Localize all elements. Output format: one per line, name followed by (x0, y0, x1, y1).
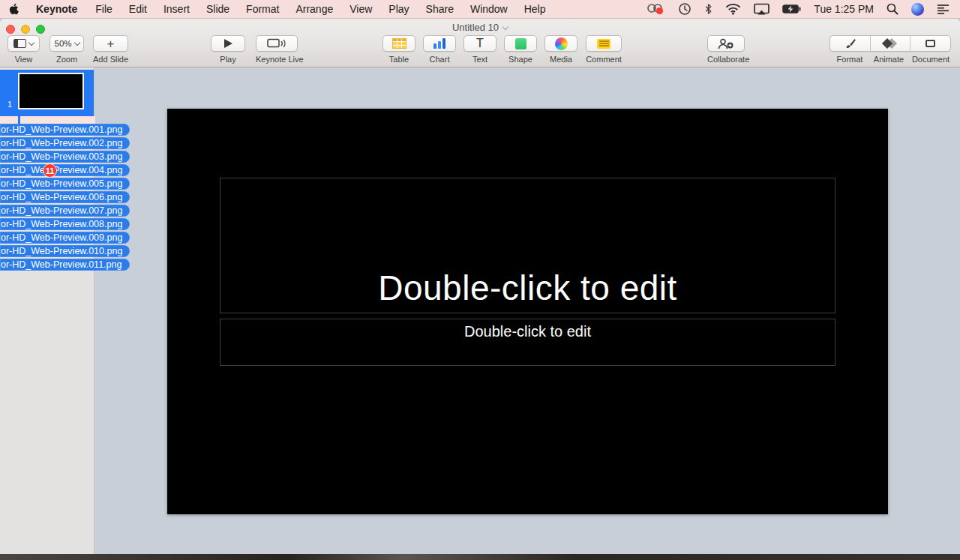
title-placeholder-text: Double-click to edit (378, 268, 677, 313)
document-icon (926, 40, 935, 47)
keynote-live-icon (267, 38, 286, 49)
slide-1-thumbnail[interactable] (18, 73, 84, 109)
add-slide-label: Add Slide (93, 55, 128, 64)
menu-item-insert[interactable]: Insert (155, 0, 198, 19)
play-label: Play (211, 55, 245, 64)
menu-item-keynote[interactable]: Keynote (26, 0, 87, 19)
window-chrome: Untitled 10 View 50% Zoom + Add Slide Pl… (0, 19, 960, 67)
bluetooth-icon[interactable] (704, 3, 712, 15)
collaborate-label: Collaborate (707, 55, 745, 64)
media-icon (555, 37, 568, 50)
menu-item-edit[interactable]: Edit (121, 0, 155, 19)
keynote-live-button[interactable]: Keynote Live (256, 35, 298, 64)
airplay-display-icon[interactable] (754, 3, 770, 15)
drag-file-pill[interactable]: or-HD_Web-Preview.010.png (0, 245, 130, 257)
siri-icon[interactable] (911, 3, 924, 16)
drag-file-pill[interactable]: or-HD_Web-Preview.008.png (0, 218, 130, 230)
text-button[interactable]: T Text (464, 35, 496, 64)
drag-file-pill[interactable]: or-HD_Web-Preview.005.png (0, 178, 130, 190)
chevron-down-icon (28, 39, 34, 45)
chart-icon (434, 38, 446, 49)
zoom-label: Zoom (50, 55, 84, 64)
slide-number: 1 (8, 100, 12, 109)
menu-item-share[interactable]: Share (418, 0, 462, 19)
drag-file-pill[interactable]: or-HD_Web-Preview.001.png (0, 124, 130, 136)
drag-file-pill[interactable]: or-HD_Web-Preview.003.png (0, 151, 130, 163)
plus-icon: + (107, 37, 115, 50)
media-button[interactable]: Media (544, 35, 578, 64)
status-app-red-dot-icon[interactable] (646, 3, 665, 15)
media-label: Media (544, 55, 578, 64)
drag-file-pill[interactable]: or-HD_Web-Preview.009.png (0, 232, 130, 244)
menu-item-slide[interactable]: Slide (198, 0, 238, 19)
collaborate-button[interactable]: Collaborate (707, 35, 745, 64)
menu-item-help[interactable]: Help (516, 0, 554, 19)
text-icon: T (476, 37, 484, 49)
format-label: Format (830, 55, 870, 64)
drag-file-pill[interactable]: or-HD_Web-Preview.006.png (0, 191, 130, 203)
drag-file-pill[interactable]: or-HD_Web-Preview.007.png (0, 205, 130, 217)
menu-item-play[interactable]: Play (380, 0, 417, 19)
wifi-icon[interactable] (725, 3, 741, 15)
shape-label: Shape (504, 55, 537, 64)
drag-count-badge: 11 (43, 163, 57, 178)
chevron-down-icon (74, 39, 80, 45)
slide-editor[interactable]: Double-click to edit Double-click to edi… (167, 109, 888, 514)
spotlight-search-icon[interactable] (886, 3, 898, 15)
menu-bar: Keynote File Edit Insert Slide Format Ar… (0, 0, 960, 19)
menu-extras: Tue 1:25 PM (646, 2, 960, 16)
table-icon (392, 38, 406, 49)
collaborate-icon (718, 38, 734, 49)
drag-file-pill[interactable]: or-HD_Web-Preview.004.png (0, 164, 130, 176)
play-icon (224, 39, 232, 48)
desktop-bottom-strip (0, 554, 960, 560)
time-machine-icon[interactable] (678, 2, 692, 16)
table-button[interactable]: Table (382, 35, 416, 64)
chart-button[interactable]: Chart (423, 35, 456, 64)
menu-clock[interactable]: Tue 1:25 PM (814, 3, 874, 15)
window-title[interactable]: Untitled 10 (0, 22, 960, 33)
play-button[interactable]: Play (211, 35, 245, 64)
add-slide-button[interactable]: + Add Slide (93, 35, 128, 64)
apple-icon (9, 3, 19, 15)
document-label: Document (908, 55, 953, 64)
zoom-value: 50% (54, 39, 71, 48)
shape-button[interactable]: Shape (504, 35, 537, 64)
subtitle-placeholder-text: Double-click to edit (464, 319, 591, 340)
title-chevron-icon (502, 24, 508, 30)
notification-center-icon[interactable] (937, 4, 950, 14)
view-label: View (8, 55, 40, 64)
menu-item-file[interactable]: File (87, 0, 121, 19)
format-button[interactable] (830, 36, 870, 51)
menu-item-view[interactable]: View (341, 0, 380, 19)
drag-file-pill[interactable]: or-HD_Web-Preview.002.png (0, 137, 130, 149)
document-title-text: Untitled 10 (452, 22, 499, 33)
battery-charging-icon[interactable] (782, 4, 801, 13)
chart-label: Chart (423, 55, 456, 64)
animate-button[interactable] (870, 36, 910, 51)
inspector-segmented-control (830, 35, 951, 52)
table-label: Table (382, 55, 416, 64)
menu-item-window[interactable]: Window (462, 0, 516, 19)
menu-item-arrange[interactable]: Arrange (287, 0, 341, 19)
drag-file-pill[interactable]: or-HD_Web-Preview.011.png (0, 259, 130, 271)
animate-diamond-icon (883, 38, 898, 49)
title-placeholder[interactable]: Double-click to edit (220, 178, 836, 313)
comment-button[interactable]: Comment (586, 35, 622, 64)
format-brush-icon (844, 38, 856, 49)
text-label: Text (464, 55, 496, 64)
apple-menu[interactable] (0, 3, 26, 15)
document-button[interactable] (910, 36, 950, 51)
view-button[interactable]: View (8, 35, 40, 64)
shape-icon (515, 38, 526, 49)
zoom-dropdown[interactable]: 50% Zoom (50, 35, 84, 64)
menu-item-format[interactable]: Format (238, 0, 287, 19)
view-icon (14, 39, 26, 48)
comment-label: Comment (586, 55, 622, 64)
comment-icon (597, 39, 610, 49)
keynote-live-label: Keynote Live (256, 55, 298, 64)
animate-label: Animate (868, 55, 909, 64)
subtitle-placeholder[interactable]: Double-click to edit (220, 319, 836, 366)
